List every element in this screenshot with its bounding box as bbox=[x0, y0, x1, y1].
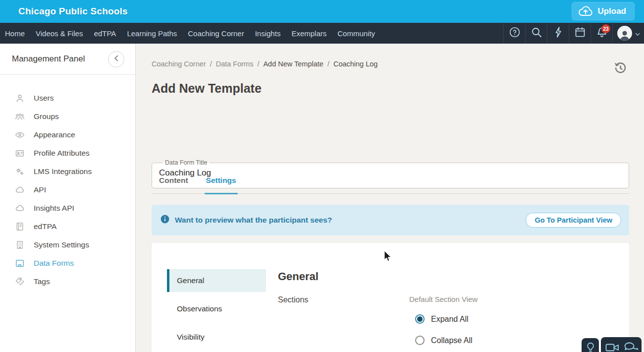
preview-banner: Want to preview what the participant see… bbox=[152, 205, 629, 235]
topbar: Chicago Public Schools Upload bbox=[0, 0, 644, 23]
nav-item-learning-paths[interactable]: Learning Paths bbox=[121, 29, 182, 38]
settings-card: General Observations Visibility General … bbox=[152, 243, 629, 352]
chevron-left-icon bbox=[114, 55, 118, 63]
settings-menu-label: Visibility bbox=[177, 333, 205, 342]
section-title: General bbox=[278, 270, 319, 283]
help-icon bbox=[509, 26, 521, 40]
sidebar-item-label: LMS Integrations bbox=[34, 167, 92, 176]
nav-item-edtpa[interactable]: edTPA bbox=[89, 29, 122, 38]
calendar-button[interactable] bbox=[569, 23, 590, 44]
settings-menu-observations[interactable]: Observations bbox=[167, 297, 266, 320]
sidebar-item-tags[interactable]: Tags bbox=[0, 272, 135, 291]
default-section-view-label: Default Section View bbox=[409, 295, 478, 303]
tags-icon bbox=[15, 277, 25, 287]
chat-bubbles-icon bbox=[623, 341, 638, 352]
collapse-sidebar-button[interactable] bbox=[108, 51, 124, 67]
upload-button[interactable]: Upload bbox=[572, 2, 635, 20]
sidebar-item-data-forms[interactable]: Data Forms bbox=[0, 254, 135, 272]
management-sidebar: Management Panel Users bbox=[0, 44, 136, 352]
profile-menu-button[interactable] bbox=[612, 23, 644, 44]
radio-expand-all[interactable]: Expand All bbox=[415, 314, 469, 324]
settings-menu-label: General bbox=[177, 276, 204, 285]
lightbulb-icon bbox=[585, 341, 596, 352]
nav-item-videos-files[interactable]: Videos & Files bbox=[30, 29, 89, 38]
help-tips-button[interactable] bbox=[582, 338, 599, 352]
caret-down-icon bbox=[635, 29, 640, 38]
gears-icon bbox=[15, 167, 25, 176]
sidebar-header: Management Panel bbox=[0, 44, 135, 75]
sidebar-item-api[interactable]: API bbox=[0, 180, 135, 199]
media-chat-button[interactable] bbox=[601, 337, 642, 352]
help-button[interactable] bbox=[503, 23, 525, 44]
breadcrumb: Coaching Corner / Data Forms / Add New T… bbox=[152, 60, 377, 68]
radio-label: Expand All bbox=[431, 315, 469, 324]
upload-label: Upload bbox=[597, 6, 626, 16]
sections-label: Sections bbox=[278, 295, 308, 304]
radio-collapse-all[interactable]: Collapse All bbox=[415, 336, 473, 345]
cloud-icon bbox=[15, 185, 25, 195]
sidebar-item-insights-api[interactable]: Insights API bbox=[0, 199, 135, 217]
sidebar-menu: Users Groups Appearance bbox=[0, 89, 135, 291]
sidebar-item-label: Insights API bbox=[34, 204, 74, 213]
search-button[interactable] bbox=[525, 23, 547, 44]
radio-selected-icon bbox=[415, 314, 425, 324]
id-card-icon bbox=[15, 148, 25, 158]
data-form-title-label: Data Form Title bbox=[162, 159, 210, 166]
search-icon bbox=[531, 26, 542, 40]
nav-item-coaching-corner[interactable]: Coaching Corner bbox=[182, 29, 249, 38]
breadcrumb-add-new-template[interactable]: Add New Template bbox=[263, 60, 323, 68]
sidebar-item-label: Users bbox=[34, 94, 54, 103]
info-icon bbox=[161, 215, 169, 226]
sidebar-item-profile-attributes[interactable]: Profile Attributes bbox=[0, 144, 135, 162]
main-navigation: Home Videos & Files edTPA Learning Paths… bbox=[0, 23, 644, 44]
sidebar-item-label: API bbox=[34, 185, 46, 194]
main-content: Coaching Corner / Data Forms / Add New T… bbox=[136, 44, 644, 352]
breadcrumb-coaching-log[interactable]: Coaching Log bbox=[333, 60, 378, 68]
sidebar-item-appearance[interactable]: Appearance bbox=[0, 125, 135, 144]
sidebar-item-edtpa[interactable]: edTPA bbox=[0, 217, 135, 235]
sidebar-item-label: Profile Attributes bbox=[34, 149, 90, 158]
sidebar-title: Management Panel bbox=[12, 54, 85, 64]
form-tabs: Content Settings bbox=[152, 176, 629, 194]
video-camera-icon bbox=[605, 342, 620, 352]
sidebar-item-groups[interactable]: Groups bbox=[0, 107, 135, 125]
nav-item-community[interactable]: Community bbox=[332, 29, 380, 38]
sidebar-item-lms-integrations[interactable]: LMS Integrations bbox=[0, 162, 135, 180]
breadcrumb-separator: / bbox=[327, 60, 329, 68]
notification-badge: 23 bbox=[601, 24, 610, 33]
radio-unselected-icon bbox=[415, 336, 425, 345]
nav-item-insights[interactable]: Insights bbox=[250, 29, 286, 38]
form-window-icon bbox=[15, 258, 25, 268]
settings-menu: General Observations Visibility bbox=[167, 269, 266, 352]
sidebar-item-system-settings[interactable]: System Settings bbox=[0, 235, 135, 254]
settings-menu-visibility[interactable]: Visibility bbox=[167, 326, 266, 349]
page-title: Add New Template bbox=[152, 81, 262, 96]
breadcrumb-separator: / bbox=[210, 60, 212, 68]
nav-item-exemplars[interactable]: Exemplars bbox=[286, 29, 332, 38]
app: Chicago Public Schools Upload Home Video… bbox=[0, 0, 644, 352]
breadcrumb-coaching-corner[interactable]: Coaching Corner bbox=[152, 60, 206, 68]
tab-settings[interactable]: Settings bbox=[205, 176, 238, 194]
upload-cloud-icon bbox=[578, 6, 593, 17]
book-icon bbox=[15, 222, 25, 232]
banner-text: Want to preview what the participant see… bbox=[175, 216, 332, 225]
notifications-button[interactable]: 23 bbox=[590, 23, 612, 44]
version-history-button[interactable] bbox=[613, 61, 627, 75]
activity-button[interactable] bbox=[547, 23, 569, 44]
cloud-icon bbox=[15, 203, 25, 213]
breadcrumb-data-forms[interactable]: Data Forms bbox=[216, 60, 254, 68]
nav-item-home[interactable]: Home bbox=[0, 29, 30, 38]
user-icon bbox=[15, 93, 25, 103]
sidebar-item-label: Data Forms bbox=[34, 259, 74, 268]
users-group-icon bbox=[15, 112, 25, 121]
go-to-participant-view-button[interactable]: Go To Participant View bbox=[526, 213, 621, 228]
building-icon bbox=[15, 240, 25, 250]
sidebar-item-label: edTPA bbox=[34, 222, 56, 231]
sidebar-item-users[interactable]: Users bbox=[0, 89, 135, 107]
sidebar-item-label: Tags bbox=[34, 277, 50, 286]
nav-items: Home Videos & Files edTPA Learning Paths… bbox=[0, 23, 380, 44]
history-icon bbox=[614, 69, 627, 76]
settings-menu-general[interactable]: General bbox=[167, 269, 266, 292]
calendar-icon bbox=[574, 26, 586, 40]
tab-content[interactable]: Content bbox=[158, 176, 190, 193]
